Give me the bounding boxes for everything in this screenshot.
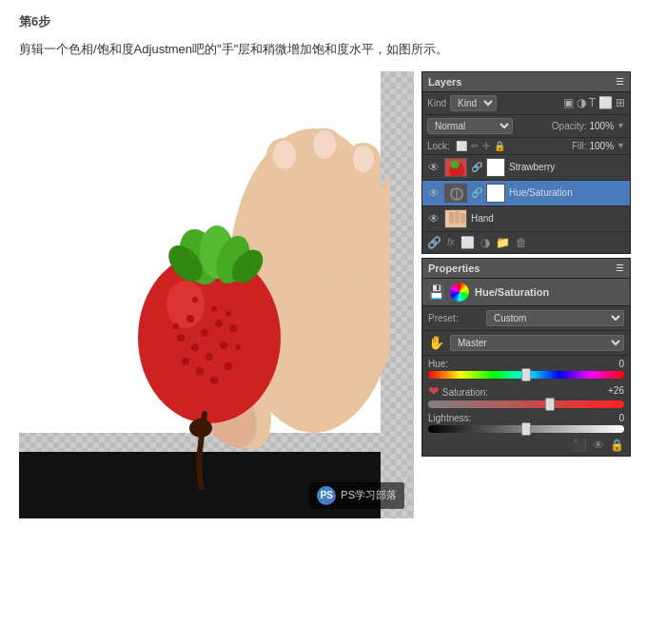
layer-chain-hue: 🔗 [471, 187, 482, 198]
filter-type-icon[interactable]: T [589, 96, 596, 109]
hue-slider-row: Hue: 0 [422, 356, 630, 381]
fill-dropdown-icon[interactable]: ▼ [617, 141, 625, 150]
svg-point-16 [191, 343, 199, 351]
hue-track[interactable] [428, 371, 624, 379]
hue-label: Hue: [428, 359, 448, 369]
layer-thumb-hue [444, 184, 467, 203]
opacity-label: Opacity: [552, 121, 587, 131]
layer-item-hand[interactable]: 👁 Hand [422, 206, 630, 232]
saturation-icon: ❤ [428, 383, 440, 399]
svg-point-18 [220, 342, 227, 349]
saturation-slider-row: ❤ Saturation: +26 [422, 381, 630, 410]
layer-fx-icon[interactable]: fx [447, 237, 455, 247]
watermark-icon: PS [317, 486, 336, 505]
properties-bottom-bar: ⬛ 👁 🔒 [422, 435, 630, 456]
preset-dropdown[interactable]: Custom [486, 310, 624, 326]
layer-item-hue-saturation[interactable]: 👁 🔗 Hue/Saturation [422, 181, 630, 206]
fill-label: Fill: [572, 141, 587, 151]
layer-adj-icon[interactable]: ◑ [480, 236, 490, 249]
svg-point-29 [225, 311, 231, 317]
layer-visibility-strawberry[interactable]: 👁 [427, 161, 441, 174]
lock-all-icon[interactable]: 🔒 [494, 141, 505, 151]
layer-name-hue: Hue/Saturation [509, 187, 625, 198]
page-wrapper: 第6步 剪辑一个色相/饱和度Adjustmen吧的"手"层和稍微增加饱和度水平，… [0, 0, 666, 644]
kind-dropdown[interactable]: Kind [450, 95, 497, 111]
svg-point-25 [235, 344, 241, 350]
props-preset-row: Preset: Custom [422, 306, 630, 331]
fill-value: 100% [590, 141, 615, 151]
blend-mode-dropdown[interactable]: Normal [427, 118, 513, 134]
layer-visibility-hand[interactable]: 👁 [427, 212, 441, 225]
filter-adjust-icon[interactable]: ◑ [577, 96, 586, 109]
preview-icon[interactable]: 👁 [593, 439, 604, 452]
lightness-track[interactable] [428, 425, 624, 433]
hue-value: 0 [618, 359, 624, 369]
kind-label: Kind [427, 98, 446, 108]
lightness-value: 0 [618, 413, 624, 423]
layer-thumb-hand [444, 209, 467, 228]
saturation-thumb[interactable] [545, 398, 555, 411]
layer-item-strawberry[interactable]: 👁 🔗 Strawberry [422, 155, 630, 181]
svg-point-23 [225, 362, 232, 370]
layers-kind-row: Kind Kind ▣ ◑ T ⬜ ⊞ [422, 92, 630, 115]
layer-chain-strawberry: 🔗 [471, 162, 482, 172]
layers-panel: Layers ☰ Kind Kind ▣ ◑ T ⬜ [421, 71, 631, 254]
lock-position-icon[interactable]: ✛ [482, 141, 490, 151]
channel-dropdown[interactable]: Master [450, 335, 624, 351]
lightness-slider-row: Lightness: 0 [422, 410, 630, 435]
saturation-label: ❤ Saturation: [428, 383, 488, 399]
svg-point-20 [177, 334, 185, 342]
props-hue-title-row: 💾 Hue/Saturation [422, 279, 630, 306]
opacity-value: 100% [590, 121, 615, 131]
layer-delete-icon[interactable]: 🗑 [516, 236, 527, 249]
saturation-track[interactable] [428, 400, 624, 408]
svg-rect-43 [455, 211, 460, 224]
svg-point-24 [182, 358, 189, 365]
lock-props-icon[interactable]: 🔒 [610, 439, 624, 452]
hue-thumb[interactable] [521, 368, 531, 381]
opacity-row: Opacity: 100% ▼ [552, 121, 625, 131]
layer-link-icon[interactable]: 🔗 [427, 236, 441, 249]
props-save-icon[interactable]: 💾 [428, 284, 444, 300]
layers-panel-title: Layers [428, 76, 461, 88]
svg-point-13 [186, 315, 194, 322]
properties-menu-icon[interactable]: ☰ [616, 263, 624, 273]
svg-point-17 [206, 353, 213, 361]
lock-row: Lock: ⬜ ✏ ✛ 🔒 Fill: 100% ▼ [422, 138, 630, 155]
properties-panel: Properties ☰ 💾 Hue/Saturation Preset: Cu… [421, 258, 631, 457]
lightness-label: Lightness: [428, 413, 472, 423]
layer-folder-icon[interactable]: 📁 [496, 236, 510, 249]
svg-point-22 [210, 377, 218, 384]
lock-paint-icon[interactable]: ✏ [471, 141, 479, 151]
colorize-icon[interactable]: ⬛ [573, 439, 587, 452]
lock-label: Lock: [427, 141, 450, 151]
layers-panel-header: Layers ☰ [422, 72, 630, 92]
filter-shape-icon[interactable]: ⬜ [598, 96, 613, 109]
svg-point-15 [215, 320, 223, 327]
layer-name-strawberry: Strawberry [509, 162, 625, 172]
blend-mode-row: Normal Opacity: 100% ▼ [422, 115, 630, 138]
watermark-text: PS学习部落 [341, 488, 397, 502]
svg-point-28 [211, 306, 217, 312]
properties-panel-title: Properties [428, 263, 480, 274]
strawberry-scene [48, 90, 390, 490]
layers-menu-icon[interactable]: ☰ [616, 76, 624, 87]
main-content: PS PS学习部落 Layers ☰ Kind Kind [19, 71, 647, 518]
kind-filter-icons: ▣ ◑ T ⬜ ⊞ [563, 96, 625, 109]
filter-pixel-icon[interactable]: ▣ [563, 96, 574, 109]
svg-point-26 [173, 323, 179, 329]
opacity-dropdown-icon[interactable]: ▼ [617, 121, 625, 130]
svg-point-8 [353, 146, 374, 172]
layer-name-hand: Hand [471, 213, 625, 224]
lock-transparent-icon[interactable]: ⬜ [456, 141, 467, 151]
right-panels: Layers ☰ Kind Kind ▣ ◑ T ⬜ [421, 71, 647, 518]
svg-rect-5 [382, 176, 390, 281]
saturation-value: +26 [608, 385, 624, 396]
filter-smart-icon[interactable]: ⊞ [616, 96, 625, 109]
layer-mask-icon[interactable]: ⬜ [460, 236, 475, 249]
lock-icons: ⬜ ✏ ✛ 🔒 [456, 141, 505, 151]
layer-visibility-hue[interactable]: 👁 [427, 186, 441, 200]
properties-header-icons: ☰ [616, 263, 624, 273]
layer-mask-hue [486, 184, 505, 203]
lightness-thumb[interactable] [521, 422, 531, 436]
